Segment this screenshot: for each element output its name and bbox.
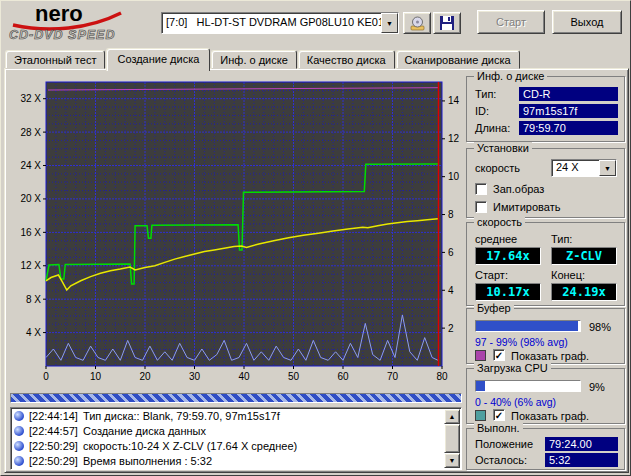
disc-id-value: 97m15s17f	[519, 104, 618, 118]
cpu-bar	[475, 380, 581, 392]
eject-disc-button[interactable]	[403, 12, 431, 34]
cpu-color-swatch	[475, 410, 486, 421]
tab-disc-quality[interactable]: Качество диска	[298, 50, 395, 69]
log-text: Тип диска:: Blank, 79:59.70, 97m15s17f	[83, 410, 280, 422]
end-speed-value: 24.19x	[551, 283, 617, 301]
settings-panel: Установки скорость 24 X ▼ Зап.образ Имит…	[466, 148, 625, 218]
svg-text:10: 10	[448, 171, 460, 182]
remaining-row: Осталось: 5:32	[475, 453, 618, 467]
write-type-value: Z-CLV	[551, 247, 617, 265]
cpu-panel: Загрузка CPU 9% 0 - 40% (6% avg) ✓ Показ…	[466, 368, 625, 424]
log-disc-icon	[14, 411, 24, 421]
log-disc-icon	[14, 456, 24, 466]
log-text: Время выполнения : 5:32	[83, 455, 212, 467]
scroll-up-icon[interactable]: ▲	[444, 409, 460, 424]
svg-text:0: 0	[43, 371, 49, 382]
nero-logo: nero CD-DVD SPEED	[5, 1, 157, 45]
speed-select-label: скорость	[475, 162, 520, 174]
speed-select-value: 24 X	[552, 160, 599, 176]
scroll-down-icon[interactable]: ▼	[444, 453, 460, 468]
position-label: Положение	[475, 438, 545, 450]
group-title: Загрузка CPU	[474, 362, 551, 374]
svg-text:60: 60	[337, 371, 349, 382]
buffer-bar-fill	[476, 321, 578, 331]
tab-benchmark-test[interactable]: Эталонный тест	[5, 50, 105, 69]
svg-text:6: 6	[448, 247, 454, 258]
cpu-bar-fill	[476, 381, 485, 391]
simulate-checkbox[interactable]	[475, 201, 487, 213]
cpu-percent: 9%	[589, 381, 605, 393]
svg-text:2: 2	[448, 323, 454, 334]
group-title: Установки	[474, 142, 532, 154]
disc-length-label: Длина:	[475, 122, 519, 134]
save-icon	[440, 16, 454, 30]
tab-disc-info[interactable]: Инф. о диске	[211, 50, 296, 69]
tab-create-disc[interactable]: Создание диска	[106, 48, 210, 71]
scrollbar-thumb[interactable]	[444, 424, 460, 453]
eject-disc-icon	[409, 16, 426, 31]
disc-type-value: CD-R	[519, 87, 618, 101]
svg-text:4: 4	[448, 285, 454, 296]
buffer-color-swatch	[475, 350, 486, 361]
log-disc-icon	[14, 426, 24, 436]
log-time: [22:44:57]	[29, 425, 78, 437]
start-speed-label: Старт:	[475, 269, 508, 281]
disc-info-panel: Инф. о диске Тип: CD-R ID: 97m15s17f Дли…	[466, 76, 625, 142]
speed-select[interactable]: 24 X ▼	[551, 159, 617, 177]
write-image-checkbox[interactable]	[475, 183, 487, 195]
svg-text:20 X: 20 X	[20, 193, 41, 204]
event-log[interactable]: [22:44:14] Тип диска:: Blank, 79:59.70, …	[10, 407, 462, 470]
disc-length-value: 79:59.70	[519, 121, 618, 135]
log-row: [22:50:29] скорость:10-24 X Z-CLV (17.64…	[11, 438, 461, 453]
svg-text:8: 8	[448, 209, 454, 220]
drive-select-value: [7:0] HL-DT-ST DVDRAM GP08LU10 KE01	[162, 13, 381, 33]
group-title: Буфер	[474, 302, 514, 314]
log-row: [22:44:57] Создание диска данных	[11, 423, 461, 438]
svg-text:12: 12	[448, 133, 460, 144]
tab-scan-disc[interactable]: Сканирование диска	[396, 50, 520, 69]
chevron-down-icon[interactable]: ▼	[381, 13, 398, 33]
group-title: Инф. о диске	[474, 70, 547, 82]
log-time: [22:50:29]	[29, 440, 78, 452]
write-image-label: Зап.образ	[493, 183, 544, 195]
write-type-label: Тип:	[551, 233, 572, 245]
svg-text:28 X: 28 X	[20, 127, 41, 138]
save-button[interactable]	[433, 12, 461, 34]
drive-select[interactable]: [7:0] HL-DT-ST DVDRAM GP08LU10 KE01 ▼	[161, 12, 399, 34]
log-disc-icon	[14, 441, 24, 451]
simulate-label: Имитировать	[493, 201, 560, 213]
svg-text:14: 14	[448, 95, 460, 106]
exit-button[interactable]: Выход	[552, 10, 622, 34]
svg-text:20: 20	[139, 371, 151, 382]
group-title: Выполн.	[474, 422, 523, 434]
svg-text:4 X: 4 X	[26, 327, 41, 338]
speed-panel: скорость среднее 17.64x Тип: Z-CLV Старт…	[466, 222, 625, 306]
position-value: 79:24.00	[545, 437, 618, 451]
position-row: Положение 79:24.00	[475, 437, 618, 451]
start-speed-value: 10.17x	[475, 283, 541, 301]
disc-type-row: Тип: CD-R	[475, 87, 618, 101]
remaining-label: Осталось:	[475, 454, 545, 466]
cpu-range: 0 - 40% (6% avg)	[475, 396, 556, 408]
buffer-percent: 98%	[589, 321, 611, 333]
progress-info-panel: Выполн. Положение 79:24.00 Осталось: 5:3…	[466, 428, 625, 470]
write-speed-chart: 32 X28 X24 X20 X16 X12 X8 X4 X0102030405…	[10, 76, 462, 388]
avg-speed-label: среднее	[475, 233, 517, 245]
svg-text:10: 10	[90, 371, 102, 382]
buffer-show-graph-checkbox[interactable]: ✓	[493, 349, 505, 361]
cpu-show-graph-checkbox[interactable]: ✓	[493, 409, 505, 421]
chevron-down-icon[interactable]: ▼	[599, 160, 616, 176]
disc-length-row: Длина: 79:59.70	[475, 121, 618, 135]
svg-text:70: 70	[387, 371, 399, 382]
log-text: Создание диска данных	[83, 425, 206, 437]
log-text: скорость:10-24 X Z-CLV (17.64 X среднее)	[83, 440, 297, 452]
log-scrollbar[interactable]: ▲ ▼	[444, 409, 460, 468]
log-row: [22:50:29] Время выполнения : 5:32	[11, 453, 461, 468]
avg-speed-value: 17.64x	[475, 247, 541, 265]
app-window: nero CD-DVD SPEED [7:0] HL-DT-ST DVDRAM …	[0, 0, 631, 476]
buffer-panel: Буфер 98% 97 - 99% (98% avg) ✓ Показать …	[466, 308, 625, 364]
svg-text:16 X: 16 X	[20, 227, 41, 238]
start-button[interactable]: Старт	[477, 10, 545, 34]
buffer-bar	[475, 320, 581, 332]
create-disc-page: 32 X28 X24 X20 X16 X12 X8 X4 X0102030405…	[4, 68, 629, 473]
